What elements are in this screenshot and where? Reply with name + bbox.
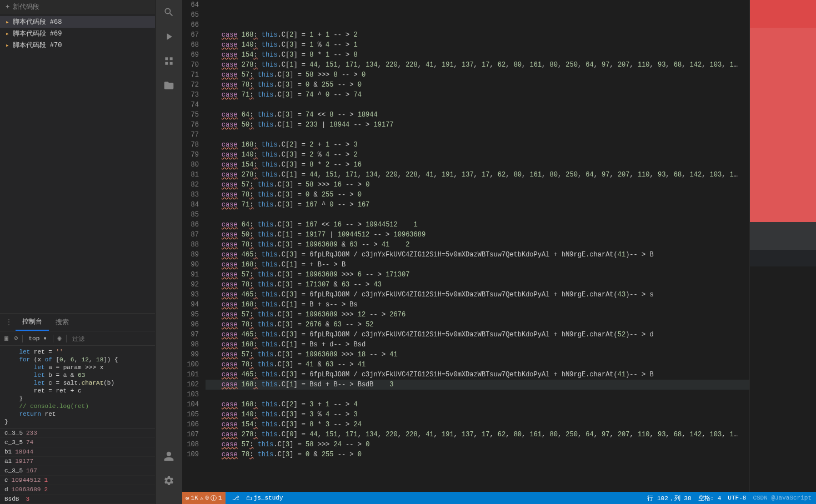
result-line[interactable]: d109636892 [0,485,155,495]
status-errors[interactable]: ⊗1K ⚠0 ⓘ1 [182,492,226,504]
console-toolbar: ▣ ⊘ top ▾ ◉ [0,331,155,346]
console-code: let ret = '' for (x of [0, 6, 12, 18]) {… [0,346,155,428]
code-line[interactable]: case 168: this.C[1] = B + s-- > Bs [206,300,749,310]
clear-icon[interactable]: ⊘ [13,333,19,344]
code-line[interactable]: case 465: this.C[3] = 6fpLRqJO8M / c3jnY… [206,250,749,260]
code-line[interactable]: case 78: this.C[3] = 41 & 63 -- > 41 [206,360,749,370]
folder-icon: 🗀 [246,495,252,502]
folder-label: js_study [254,495,283,501]
code-line[interactable]: case 278: this.C[1] = 44, 151, 171, 134,… [206,60,749,70]
tab-search[interactable]: 搜索 [49,314,76,330]
result-line[interactable]: c_3_574 [0,438,155,447]
result-line[interactable]: c_3_5167 [0,466,155,476]
code-line[interactable]: case 168: this.C[1] = + B-- > B [206,260,749,270]
result-line[interactable]: c109445121 [0,476,155,485]
gear-icon[interactable] [162,474,176,487]
code-line[interactable]: case 57: this.C[3] = 58 >>> 8 -- > 0 [206,70,749,80]
code-line[interactable]: case 64: this.C[3] = 74 << 8 -- > 18944 [206,110,749,120]
plus-icon: + [6,3,9,11]
code-line[interactable] [206,100,749,110]
status-encoding[interactable]: UTF-8 [728,495,746,501]
status-spaces[interactable]: 空格: 4 [698,494,722,502]
code-content[interactable]: case 168: this.C[2] = 1 + 1 -- > 2 case … [206,0,749,492]
code-line[interactable] [206,390,749,400]
code-line[interactable]: case 168: this.C[2] = 2 + 1 -- > 3 [206,140,749,150]
code-line[interactable] [206,0,749,10]
code-line[interactable]: case 78: this.C[3] = 171307 & 63 -- > 43 [206,280,749,290]
eye-icon[interactable]: ◉ [57,333,63,344]
status-line-col[interactable]: 行 102，列 38 [647,494,691,502]
code-line[interactable]: case 57: this.C[3] = 58 >>> 24 -- > 0 [206,440,749,450]
result-line[interactable]: c_3_5233 [0,429,155,438]
file-icon: ▸ [6,18,9,26]
console-results: c_3_5233c_3_574b118944a119177c_3_5167c10… [0,428,155,504]
editor-area: 6465666768697071727374757677787980818283… [182,0,816,504]
line-gutter: 6465666768697071727374757677787980818283… [182,0,206,492]
snippet-item[interactable]: ▸ 脚本代码段 #68 [0,16,155,28]
status-bar: ⊗1K ⚠0 ⓘ1 ⎇ 🗀 js_study 行 102，列 38 空格: 4 … [182,492,816,504]
code-line[interactable]: case 78: this.C[3] = 0 & 255 -- > 0 [206,450,749,460]
file-icon: ▸ [6,30,9,37]
drag-icon[interactable]: ⋮ [2,318,16,326]
code-line[interactable]: case 140: this.C[3] = 1 % 4 -- > 1 [206,40,749,50]
extensions-icon[interactable] [162,54,176,68]
code-line[interactable]: case 154: this.C[3] = 8 * 2 -- > 16 [206,160,749,170]
code-line[interactable]: case 78: this.C[3] = 0 & 255 -- > 0 [206,80,749,90]
branch-icon: ⎇ [232,495,239,502]
code-line[interactable]: case 78: this.C[3] = 0 & 255 -- > 0 [206,190,749,200]
snippet-item[interactable]: ▸ 脚本代码段 #69 [0,28,155,39]
search-icon[interactable] [162,6,176,19]
status-folder[interactable]: 🗀 js_study [246,495,283,502]
code-line[interactable]: case 78: this.C[3] = 2676 & 63 -- > 52 [206,320,749,330]
code-line[interactable]: case 154: this.C[3] = 8 * 3 -- > 24 [206,420,749,430]
snippet-item[interactable]: ▸ 脚本代码段 #70 [0,39,155,51]
code-line[interactable]: case 50: this.C[1] = 233 | 18944 -- > 19… [206,120,749,130]
code-line[interactable]: case 278: this.C[1] = 44, 151, 171, 134,… [206,170,749,180]
code-line[interactable] [206,20,749,30]
toggle-sidebar-icon[interactable]: ▣ [3,333,9,344]
code-line[interactable]: case 168: this.C[1] = Bsd + B-- > BsdB 3 [206,380,749,390]
code-line[interactable]: case 71: this.C[3] = 167 ^ 0 -- > 167 [206,200,749,210]
code-line[interactable] [206,130,749,140]
debug-icon[interactable] [162,30,176,43]
filter-input[interactable] [70,334,152,343]
result-line[interactable]: b118944 [0,447,155,457]
code-line[interactable]: case 465: this.C[3] = 6fpLRqJO8M / c3jnY… [206,330,749,340]
minimap[interactable] [749,0,816,492]
code-line[interactable]: case 168: this.C[2] = 3 + 1 -- > 4 [206,400,749,410]
snippet-label: 脚本代码段 #70 [13,41,62,50]
activity-bar [156,0,182,504]
editor-body[interactable]: 6465666768697071727374757677787980818283… [182,0,816,492]
code-line[interactable]: case 168: this.C[1] = Bs + d-- > Bsd [206,340,749,350]
code-line[interactable]: case 465: this.C[3] = 6fpLRqJO8M / c3jnY… [206,290,749,300]
account-icon[interactable] [162,450,176,463]
snippet-label: 脚本代码段 #69 [13,29,62,38]
code-line[interactable]: case 278: this.C[0] = 44, 151, 171, 134,… [206,430,749,440]
status-branch[interactable]: ⎇ [232,495,239,502]
code-line[interactable]: case 78: this.C[3] = 10963689 & 63 -- > … [206,240,749,250]
status-watermark: CSDN @JavaScript [753,495,812,501]
result-line[interactable]: a119177 [0,457,155,466]
code-line[interactable]: case 57: this.C[3] = 10963689 >>> 18 -- … [206,350,749,360]
code-line[interactable] [206,10,749,20]
code-line[interactable]: case 64: this.C[3] = 167 << 16 -- > 1094… [206,220,749,230]
error-icon: ⊗ [186,495,189,502]
new-snippet-button[interactable]: + 新代码段 [0,0,155,14]
code-line[interactable]: case 154: this.C[3] = 8 * 1 -- > 8 [206,50,749,60]
code-line[interactable]: case 50: this.C[1] = 19177 | 10944512 --… [206,230,749,240]
code-line[interactable]: case 140: this.C[3] = 2 % 4 -- > 2 [206,150,749,160]
code-line[interactable]: case 57: this.C[3] = 58 >>> 16 -- > 0 [206,180,749,190]
code-line[interactable]: case 140: this.C[3] = 3 % 4 -- > 3 [206,410,749,420]
code-line[interactable]: case 57: this.C[3] = 10963689 >>> 12 -- … [206,310,749,320]
result-line[interactable]: BsdB3 [0,495,155,504]
code-line[interactable] [206,210,749,220]
code-line[interactable]: case 57: this.C[3] = 10963689 >>> 6 -- >… [206,270,749,280]
snippets-list: ▸ 脚本代码段 #68 ▸ 脚本代码段 #69 ▸ 脚本代码段 #70 [0,14,155,53]
code-line[interactable]: case 71: this.C[3] = 74 ^ 0 -- > 74 [206,90,749,100]
tab-console[interactable]: 控制台 [16,314,49,331]
code-line[interactable]: case 465: this.C[3] = 6fpLRqJO8M / c3jnY… [206,370,749,380]
folder-icon[interactable] [162,79,176,92]
scope-select[interactable]: top ▾ [26,334,49,343]
code-line[interactable]: case 168: this.C[2] = 1 + 1 -- > 2 [206,30,749,40]
info-icon: ⓘ [211,494,217,502]
